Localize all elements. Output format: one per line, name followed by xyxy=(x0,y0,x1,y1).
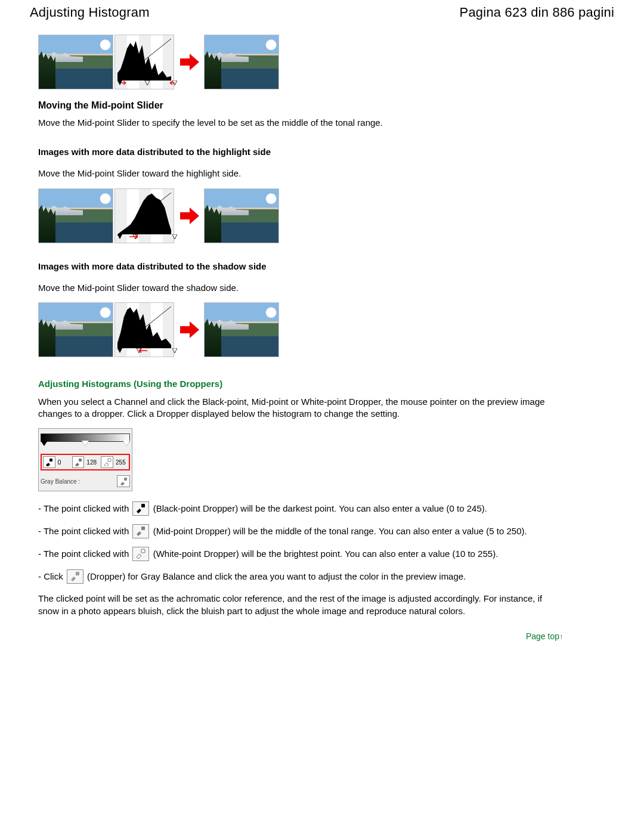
after-photo xyxy=(204,188,279,243)
black-point-marker[interactable] xyxy=(41,441,48,446)
after-photo xyxy=(204,35,279,89)
svg-rect-15 xyxy=(124,478,127,481)
droppers-heading: Adjusting Histograms (Using the Droppers… xyxy=(38,379,563,389)
histogram-before xyxy=(114,35,174,89)
after-photo xyxy=(204,302,279,357)
example-row-shadow xyxy=(38,302,563,357)
shadow-text: Move the Mid-point Slider toward the sha… xyxy=(38,282,563,294)
gray-balance-dropper-icon xyxy=(67,569,83,584)
example-row-highlight xyxy=(38,188,563,243)
gray-balance-label: Gray Balance : xyxy=(41,478,80,485)
slider-markers xyxy=(41,441,130,448)
mid-point-value: 128 xyxy=(86,459,98,466)
gray-dropper-desc: - Click (Dropper) for Gray Balance and c… xyxy=(38,570,563,584)
mid-point-dropper-button[interactable] xyxy=(72,456,85,468)
svg-rect-19 xyxy=(76,572,79,575)
up-arrow-icon: ↑ xyxy=(559,633,563,641)
histogram-highlight xyxy=(114,188,174,243)
mid-point-dropper-icon xyxy=(132,524,149,538)
droppers-closing: The clicked point will be set as the ach… xyxy=(38,593,563,617)
arrow-icon xyxy=(179,205,200,227)
midpoint-intro: Move the Mid-point Slider to specify the… xyxy=(38,117,563,129)
droppers-intro: When you select a Channel and click the … xyxy=(38,396,563,420)
mid-point-marker[interactable] xyxy=(82,441,89,446)
before-photo xyxy=(38,188,113,243)
histogram-shadow xyxy=(114,302,174,357)
shadow-heading: Images with more data distributed to the… xyxy=(38,261,563,271)
svg-rect-16 xyxy=(141,504,145,507)
highlight-heading: Images with more data distributed to the… xyxy=(38,147,563,157)
black-point-dropper-button[interactable] xyxy=(43,456,55,468)
page-top-link[interactable]: Page top↑ xyxy=(38,631,563,641)
white-dropper-desc: - The point clicked with (White-point Dr… xyxy=(38,547,563,562)
midpoint-heading: Moving the Mid-point Slider xyxy=(38,100,563,111)
white-point-marker[interactable] xyxy=(123,441,130,446)
svg-marker-2 xyxy=(145,80,150,85)
svg-rect-18 xyxy=(141,549,145,553)
highlight-text: Move the Mid-point Slider toward the hig… xyxy=(38,168,563,179)
svg-rect-14 xyxy=(108,459,111,462)
white-point-value: 255 xyxy=(116,459,128,466)
gray-balance-dropper-button[interactable] xyxy=(117,475,130,487)
black-point-value: 0 xyxy=(58,459,70,466)
mid-dropper-desc: - The point clicked with (Mid-point Drop… xyxy=(38,525,563,539)
before-photo xyxy=(38,35,113,89)
white-point-dropper-button[interactable] xyxy=(101,456,113,468)
page-indicator: Pagina 623 din 886 pagini xyxy=(460,5,614,20)
svg-rect-17 xyxy=(141,527,145,530)
black-point-dropper-icon xyxy=(132,501,149,516)
doc-title: Adjusting Histogram xyxy=(30,5,150,20)
svg-marker-7 xyxy=(172,234,177,239)
black-dropper-desc: - The point clicked with (Black-point Dr… xyxy=(38,502,563,516)
svg-rect-13 xyxy=(79,459,82,462)
svg-rect-12 xyxy=(49,459,52,462)
white-point-dropper-icon xyxy=(132,547,149,561)
example-row-top xyxy=(38,35,563,89)
before-photo xyxy=(38,302,113,357)
histogram-control-panel: 0 128 255 Gray Balance : xyxy=(38,428,132,491)
svg-marker-9 xyxy=(117,348,122,353)
arrow-icon xyxy=(179,319,200,340)
arrow-icon xyxy=(179,51,200,73)
svg-marker-5 xyxy=(117,234,122,239)
svg-marker-11 xyxy=(172,348,177,353)
